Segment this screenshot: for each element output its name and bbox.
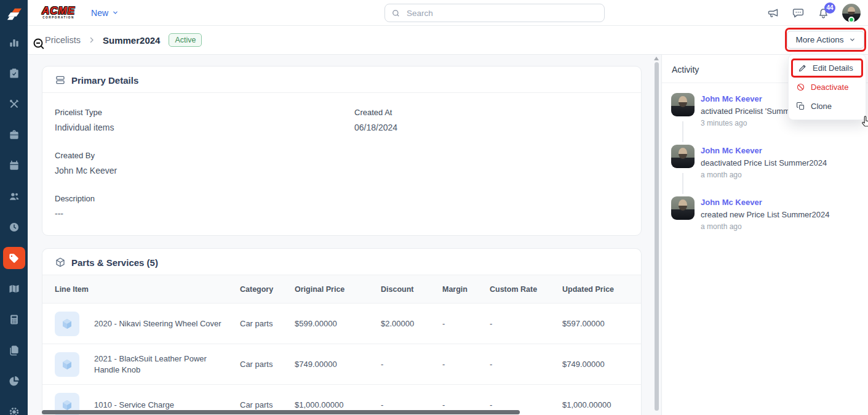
more-actions-button[interactable]: More Actions <box>787 31 864 49</box>
field-label: Pricelist Type <box>55 108 354 117</box>
activity-action: created new Price List Summer2024 <box>701 210 830 219</box>
sidebar <box>0 0 28 415</box>
col-original-price: Original Price <box>295 285 381 294</box>
activity-time: a month ago <box>701 222 830 231</box>
cell-discount: $2.00000 <box>381 319 442 328</box>
chevron-down-icon <box>112 9 119 16</box>
clock-icon <box>8 221 20 233</box>
activity-time: a month ago <box>701 171 827 179</box>
table-row[interactable]: 2021 - BlackSuit Leather Power Handle Kn… <box>42 344 641 385</box>
field-label: Created By <box>55 151 354 160</box>
announcements-button[interactable] <box>766 7 779 20</box>
cell-original-price: $749.00000 <box>295 360 381 369</box>
activity-action: activated Pricelist 'Summe <box>701 107 794 116</box>
sidebar-item-service-tools[interactable] <box>0 89 28 119</box>
breadcrumb-pricelists[interactable]: Pricelists <box>45 35 81 45</box>
sidebar-item-territories[interactable] <box>0 273 28 304</box>
col-updated-price: Updated Price <box>562 285 629 294</box>
files-icon <box>8 344 20 357</box>
activity-item: John Mc Keever created new Price List Su… <box>671 196 859 248</box>
cell-discount: - <box>381 400 442 409</box>
menu-item-deactivate[interactable]: Deactivate <box>789 78 866 97</box>
scrollbar-thumb[interactable] <box>655 62 659 411</box>
scrollbar-up-arrow[interactable] <box>654 57 659 60</box>
menu-item-clone[interactable]: Clone <box>789 97 866 116</box>
menu-item-edit-details[interactable]: Edit Details <box>793 60 861 76</box>
notifications-button[interactable]: 44 <box>817 7 830 20</box>
org-logo: ACME CORPORATION <box>42 6 75 20</box>
calculator-icon <box>8 313 20 326</box>
field-label: Created At <box>354 108 629 117</box>
product-cube-icon <box>55 352 79 377</box>
cell-updated-price: $749.00000 <box>562 360 629 369</box>
sidebar-item-work[interactable] <box>0 119 28 150</box>
primary-details-card: Primary Details Pricelist Type Individua… <box>42 66 642 236</box>
pencil-icon <box>798 63 807 73</box>
col-category: Category <box>240 285 295 294</box>
chat-bubble-icon <box>792 7 805 20</box>
line-item-name: 2020 - Nikavi Steering Wheel Cover <box>94 318 221 329</box>
cell-category: Car parts <box>240 400 295 409</box>
more-actions-label: More Actions <box>795 35 843 44</box>
sidebar-item-jobs[interactable] <box>0 58 28 89</box>
parts-services-title: Parts & Services (5) <box>71 257 158 268</box>
app-logo[interactable] <box>0 0 28 27</box>
annotation-box-more-actions: More Actions <box>785 28 866 52</box>
sidebar-item-teams[interactable] <box>0 181 28 212</box>
menu-item-label: Clone <box>811 102 832 111</box>
activity-user-link[interactable]: John Mc Keever <box>701 146 827 155</box>
field-value: John Mc Keever <box>55 166 354 175</box>
product-cube-icon <box>55 312 79 336</box>
col-discount: Discount <box>381 285 442 294</box>
sidebar-item-estimates[interactable] <box>0 304 28 335</box>
gear-icon <box>8 406 20 415</box>
calendar-icon <box>8 159 20 172</box>
cell-custom-rate: - <box>490 360 562 369</box>
activity-user-link[interactable]: John Mc Keever <box>701 94 794 103</box>
sidebar-item-scheduling[interactable] <box>0 150 28 181</box>
field-pricelist-type: Pricelist Type Individual items <box>55 108 354 132</box>
cell-custom-rate: - <box>490 400 562 409</box>
sidebar-item-reports[interactable] <box>0 366 28 397</box>
rows-icon <box>55 75 66 86</box>
org-logo-text: ACME <box>42 6 75 16</box>
cell-updated-price: $1,000.00000 <box>562 400 629 409</box>
clipboard-check-icon <box>8 67 20 79</box>
horizontal-scrollbar-thumb[interactable] <box>42 410 520 414</box>
sidebar-item-dashboard[interactable] <box>0 27 28 58</box>
field-label: Description <box>55 194 354 203</box>
new-menu-button[interactable]: New <box>91 8 119 18</box>
pie-chart-icon <box>8 375 20 387</box>
cell-category: Car parts <box>240 360 295 369</box>
cell-custom-rate: - <box>490 319 562 328</box>
sidebar-item-timesheets[interactable] <box>0 212 28 243</box>
users-icon <box>8 190 20 203</box>
sidebar-item-pricelists[interactable] <box>0 243 28 273</box>
sidebar-item-settings[interactable] <box>0 397 28 415</box>
activity-avatar <box>671 93 695 116</box>
map-icon <box>8 283 20 295</box>
messages-button[interactable] <box>792 7 805 20</box>
cell-margin: - <box>442 360 490 369</box>
field-created-at: Created At 06/18/2024 <box>354 108 629 132</box>
line-item-name: 1010 - Service Charge <box>94 400 174 411</box>
search-input[interactable] <box>405 8 598 18</box>
cell-margin: - <box>442 319 490 328</box>
col-line-item: Line Item <box>55 285 240 294</box>
activity-avatar <box>671 145 695 168</box>
briefcase-icon <box>8 129 20 141</box>
field-value: Individual items <box>55 123 354 132</box>
sidebar-item-documents[interactable] <box>0 335 28 366</box>
field-value: 06/18/2024 <box>354 123 629 132</box>
table-row[interactable]: 2020 - Nikavi Steering Wheel Cover Car p… <box>42 304 641 344</box>
field-description: Description --- <box>55 194 354 219</box>
global-search <box>384 4 605 22</box>
activity-user-link[interactable]: John Mc Keever <box>701 198 830 207</box>
main-vertical-scrollbar[interactable] <box>654 57 659 415</box>
online-status-dot <box>848 17 854 23</box>
line-item-name: 2021 - BlackSuit Leather Power Handle Kn… <box>94 353 229 375</box>
activity-time: 3 minutes ago <box>701 119 794 127</box>
table-header-row: Line Item Category Original Price Discou… <box>42 275 641 304</box>
topbar: ACME CORPORATION New 44 <box>28 0 868 26</box>
col-custom-rate: Custom Rate <box>490 285 562 294</box>
